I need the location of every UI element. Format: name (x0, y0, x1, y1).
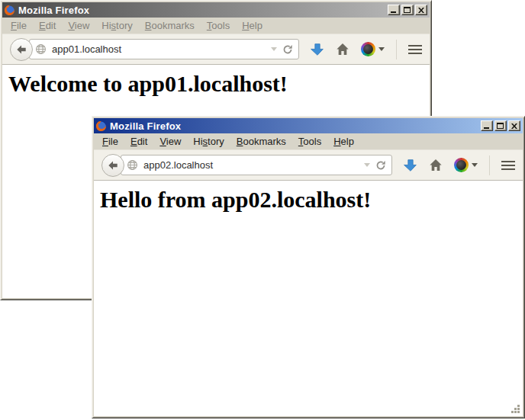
menu-edit[interactable]: Edit (124, 134, 153, 149)
maximize-icon (497, 123, 504, 129)
download-arrow-icon (404, 159, 417, 172)
close-button[interactable] (508, 120, 520, 131)
toolbar-separator (489, 155, 490, 175)
maximize-icon (404, 7, 411, 13)
search-engine-button[interactable] (454, 158, 478, 172)
search-engine-lens-icon (454, 158, 469, 172)
menu-history[interactable]: History (95, 18, 138, 33)
menu-view[interactable]: View (62, 18, 95, 33)
url-value: app02.localhost (143, 159, 359, 171)
maximize-button[interactable] (494, 120, 507, 131)
close-icon (418, 8, 424, 13)
search-engine-lens-icon (361, 42, 375, 56)
home-icon (429, 159, 443, 172)
reload-icon[interactable] (282, 44, 293, 55)
chevron-down-icon (472, 163, 478, 167)
resize-grip[interactable] (517, 411, 520, 413)
navigation-toolbar: app01.localhost (2, 34, 430, 65)
hamburger-icon (501, 161, 515, 162)
menu-help[interactable]: Help (236, 18, 269, 33)
download-arrow-icon (311, 43, 324, 56)
page-content-app02: Hello from app02.localhost! (94, 181, 523, 416)
firefox-logo-icon (95, 120, 107, 132)
menu-file[interactable]: File (96, 134, 124, 149)
menubar: File Edit View History Bookmarks Tools H… (94, 133, 523, 149)
reload-icon[interactable] (375, 160, 386, 171)
close-icon (511, 123, 517, 129)
back-button[interactable] (101, 154, 124, 177)
menu-edit[interactable]: Edit (33, 18, 62, 33)
minimize-icon (391, 11, 396, 13)
navigation-toolbar: app02.localhost (94, 149, 523, 181)
back-arrow-icon (108, 160, 118, 171)
window-controls (388, 5, 428, 15)
url-bar[interactable]: app01.localhost (29, 39, 299, 59)
page-heading: Hello from app02.localhost! (100, 187, 523, 213)
titlebar[interactable]: Mozilla Firefox (2, 2, 430, 18)
urlbar-dropdown-icon[interactable] (364, 163, 370, 167)
home-button[interactable] (429, 159, 443, 172)
menu-history[interactable]: History (187, 134, 230, 149)
hamburger-icon (408, 45, 422, 46)
downloads-button[interactable] (311, 43, 324, 56)
urlbar-dropdown-icon[interactable] (271, 47, 277, 51)
downloads-button[interactable] (404, 159, 417, 172)
menu-tools[interactable]: Tools (292, 134, 327, 149)
menu-view[interactable]: View (153, 134, 187, 149)
home-icon (336, 43, 349, 56)
window-controls (481, 120, 521, 131)
site-identity-globe-icon[interactable] (35, 43, 47, 55)
back-button[interactable] (10, 38, 33, 61)
minimize-icon (484, 127, 489, 129)
search-engine-button[interactable] (361, 42, 385, 56)
minimize-button[interactable] (388, 5, 400, 15)
menu-help[interactable]: Help (327, 134, 360, 149)
close-button[interactable] (415, 5, 427, 15)
window-title: Mozilla Firefox (18, 5, 89, 16)
maximize-button[interactable] (401, 5, 414, 15)
chevron-down-icon (378, 47, 385, 51)
menu-tools[interactable]: Tools (201, 18, 236, 33)
url-bar[interactable]: app02.localhost (121, 155, 392, 175)
menubar: File Edit View History Bookmarks Tools H… (2, 18, 430, 34)
window-title: Mozilla Firefox (110, 120, 181, 132)
page-heading: Welcome to app01.localhost! (8, 71, 430, 97)
browser-window-app02: Mozilla Firefox File Edit View History B… (92, 116, 525, 418)
toolbar-separator (396, 40, 397, 59)
back-arrow-icon (16, 44, 27, 55)
menu-bookmarks[interactable]: Bookmarks (139, 18, 201, 33)
menu-file[interactable]: File (5, 18, 33, 33)
titlebar[interactable]: Mozilla Firefox (94, 118, 523, 133)
url-value: app01.localhost (52, 43, 266, 55)
home-button[interactable] (336, 43, 349, 56)
firefox-logo-icon (4, 5, 15, 16)
minimize-button[interactable] (481, 120, 493, 131)
menu-bookmarks[interactable]: Bookmarks (230, 134, 292, 149)
site-identity-globe-icon[interactable] (127, 159, 138, 171)
